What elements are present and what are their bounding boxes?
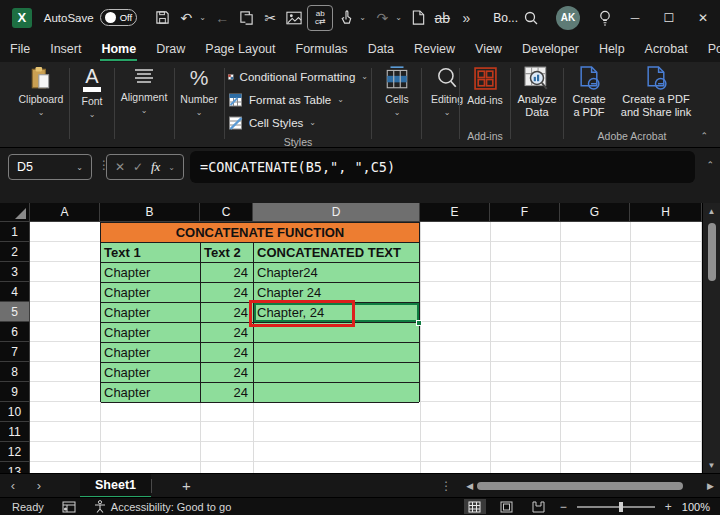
cell-styles-button[interactable]: Cell Styles ⌄ — [228, 111, 368, 134]
column-header-D[interactable]: D — [253, 203, 420, 222]
row-header-11[interactable]: 11 — [0, 422, 30, 442]
cell-B7[interactable]: Chapter — [101, 343, 201, 363]
cell-B3[interactable]: Chapter — [101, 263, 201, 283]
vertical-scrollbar-thumb[interactable] — [708, 223, 716, 281]
column-header-F[interactable]: F — [490, 203, 560, 222]
tab-insert[interactable]: Insert — [40, 37, 91, 61]
row-header-6[interactable]: 6 — [0, 322, 30, 342]
tab-draw[interactable]: Draw — [146, 37, 195, 61]
cell-C8[interactable]: 24 — [201, 363, 254, 383]
page-layout-view-button[interactable] — [496, 499, 518, 514]
add-sheet-button[interactable]: + — [182, 477, 191, 494]
fill-handle[interactable] — [416, 320, 422, 326]
cell-D9[interactable] — [254, 383, 419, 403]
column-header-E[interactable]: E — [420, 203, 490, 222]
select-all-button[interactable] — [0, 203, 30, 222]
lightbulb-icon[interactable] — [592, 5, 618, 31]
horizontal-scrollbar[interactable] — [477, 481, 685, 491]
add-ins-button[interactable]: Add-ins — [462, 66, 508, 106]
cell-D8[interactable] — [254, 363, 419, 383]
row-header-9[interactable]: 9 — [0, 382, 30, 402]
collapse-ribbon-icon[interactable]: ⌃ — [700, 131, 708, 141]
row-header-2[interactable]: 2 — [0, 242, 30, 262]
name-box[interactable]: D5 ⌄ — [8, 154, 92, 180]
maximize-button[interactable]: ☐ — [652, 3, 686, 33]
cell-D7[interactable] — [254, 343, 419, 363]
column-header-H[interactable]: H — [630, 203, 702, 222]
macro-record-icon[interactable] — [62, 501, 76, 513]
scroll-left-icon[interactable]: ◀ — [466, 481, 473, 491]
find-replace-icon[interactable]: ab c⇄ — [307, 5, 333, 31]
prev-sheet-icon[interactable]: ‹ — [0, 478, 26, 493]
alignment-group-button[interactable]: Alignment ⌄ — [116, 66, 172, 115]
cell-B9[interactable]: Chapter — [101, 383, 201, 403]
fx-chevron-icon[interactable]: ⌄ — [168, 163, 175, 172]
autosave-toggle[interactable]: Off — [100, 9, 138, 26]
cell-C4[interactable]: 24 — [201, 283, 254, 303]
column-header-B[interactable]: B — [100, 203, 200, 222]
conditional-formatting-button[interactable]: Conditional Formatting ⌄ — [228, 65, 368, 88]
insert-function-icon[interactable]: fx — [151, 159, 160, 175]
touch-mode-icon[interactable] — [335, 6, 357, 30]
accessibility-status[interactable]: Accessibility: Good to go — [111, 501, 231, 513]
search-icon[interactable] — [518, 5, 544, 31]
accessibility-icon[interactable] — [94, 500, 106, 513]
name-box-chevron-icon[interactable]: ⌄ — [76, 163, 83, 172]
cut-icon[interactable]: ✂ — [259, 6, 281, 30]
copy-icon[interactable] — [235, 6, 257, 30]
touch-mode-chevron-icon[interactable]: ⌄ — [359, 13, 369, 22]
vertical-scrollbar[interactable]: ▲ ▼ — [702, 203, 720, 473]
column-header-A[interactable]: A — [30, 203, 100, 222]
tab-home[interactable]: Home — [91, 37, 146, 61]
expand-formula-bar-icon[interactable]: ⌃ — [706, 160, 714, 170]
horizontal-scrollbar-thumb[interactable] — [477, 482, 683, 490]
tab-page-layout[interactable]: Page Layout — [195, 37, 285, 61]
tab-file[interactable]: File — [0, 37, 40, 61]
cell-C3[interactable]: 24 — [201, 263, 254, 283]
scroll-down-icon[interactable]: ▼ — [703, 461, 720, 470]
tab-review[interactable]: Review — [404, 37, 465, 61]
cell-C7[interactable]: 24 — [201, 343, 254, 363]
cell-C6[interactable]: 24 — [201, 323, 254, 343]
picture-icon[interactable] — [283, 6, 305, 30]
enter-icon[interactable]: ✓ — [133, 160, 143, 174]
sheet-tab-sheet1[interactable]: Sheet1 — [80, 474, 151, 498]
tab-help[interactable]: Help — [589, 37, 635, 61]
row-header-3[interactable]: 3 — [0, 262, 30, 282]
undo-chevron-icon[interactable]: ⌄ — [199, 13, 209, 22]
cell-C9[interactable]: 24 — [201, 383, 254, 403]
next-sheet-icon[interactable]: › — [26, 478, 52, 493]
tab-power-pivot[interactable]: Power Pivot — [698, 37, 720, 61]
format-as-table-button[interactable]: Format as Table ⌄ — [228, 88, 368, 111]
scrollbar-grip-icon[interactable]: ⋮ — [440, 479, 452, 493]
row-header-4[interactable]: 4 — [0, 282, 30, 302]
tab-view[interactable]: View — [465, 37, 512, 61]
cell-C2[interactable]: Text 2 — [201, 243, 254, 263]
cell-C5[interactable]: 24 — [201, 303, 254, 323]
tab-acrobat[interactable]: Acrobat — [635, 37, 698, 61]
row-header-8[interactable]: 8 — [0, 362, 30, 382]
cell-B4[interactable]: Chapter — [101, 283, 201, 303]
row-header-5[interactable]: 5 — [0, 302, 30, 322]
create-pdf-share-button[interactable]: Create a PDF and Share link — [614, 66, 698, 119]
formula-input[interactable]: =CONCATENATE(B5,", ",C5) — [190, 151, 695, 183]
new-file-icon[interactable] — [407, 6, 429, 30]
cell-B1-title[interactable]: CONCATENATE FUNCTION — [101, 223, 419, 243]
cell-D3[interactable]: Chapter24 — [254, 263, 419, 283]
cell-B5[interactable]: Chapter — [101, 303, 201, 323]
analyze-data-button[interactable]: Analyze Data — [513, 66, 561, 119]
number-group-button[interactable]: % Number ⌄ — [176, 66, 222, 117]
row-header-7[interactable]: 7 — [0, 342, 30, 362]
row-header-13[interactable]: 13 — [0, 462, 30, 473]
strikethrough-icon[interactable]: ab — [431, 6, 453, 30]
cell-D2[interactable]: CONCATENATED TEXT — [254, 243, 419, 263]
zoom-slider-thumb[interactable] — [619, 502, 623, 512]
row-header-1[interactable]: 1 — [0, 222, 30, 242]
zoom-level[interactable]: 100% — [682, 501, 710, 513]
tab-data[interactable]: Data — [358, 37, 404, 61]
save-icon[interactable] — [151, 6, 173, 30]
row-header-12[interactable]: 12 — [0, 442, 30, 462]
user-avatar[interactable]: AK — [556, 6, 580, 30]
normal-view-button[interactable] — [464, 499, 486, 514]
cell-B8[interactable]: Chapter — [101, 363, 201, 383]
